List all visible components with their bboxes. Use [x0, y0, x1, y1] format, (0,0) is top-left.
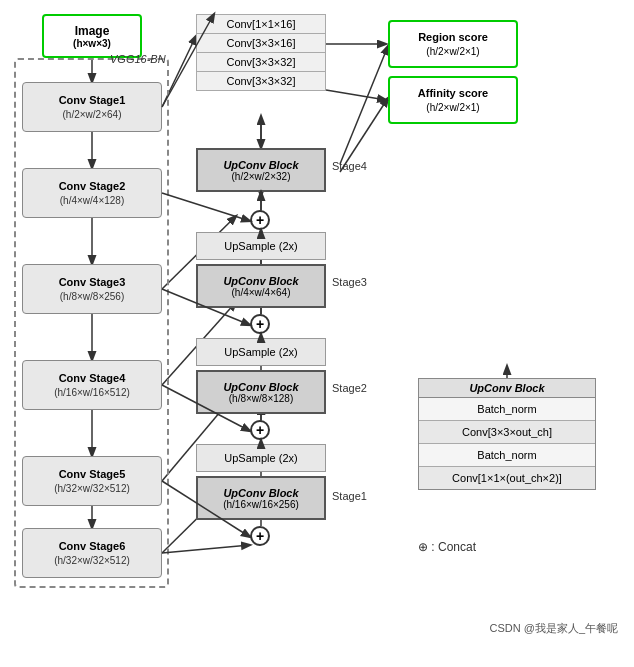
conv-row-2: Conv[3×3×16]: [197, 34, 325, 53]
conv-row-3: Conv[3×3×32]: [197, 53, 325, 72]
upsample-1: UpSample (2x): [196, 444, 326, 472]
legend-row-1: Batch_norm: [419, 398, 595, 421]
stage6-sub: (h/32×w/32×512): [54, 554, 130, 567]
upsample-2: UpSample (2x): [196, 338, 326, 366]
conv-stage6: Conv Stage6 (h/32×w/32×512): [22, 528, 162, 578]
upsample-3: UpSample (2x): [196, 232, 326, 260]
upconv4-sub: (h/2×w/2×32): [232, 171, 291, 182]
affinity-sub: (h/2×w/2×1): [426, 101, 479, 114]
upconv-block-3: UpConv Block (h/4×w/4×64): [196, 264, 326, 308]
legend-box: UpConv Block Batch_norm Conv[3×3×out_ch]…: [418, 378, 596, 490]
region-score-box: Region score (h/2×w/2×1): [388, 20, 518, 68]
upconv-block-1: UpConv Block (h/16×w/16×256): [196, 476, 326, 520]
image-title: Image: [75, 24, 110, 38]
conv-stage4: Conv Stage4 (h/16×w/16×512): [22, 360, 162, 410]
stage2-title: Conv Stage2: [59, 179, 126, 193]
conv-row-4: Conv[3×3×32]: [197, 72, 325, 90]
vgg-box: [14, 58, 169, 588]
upconv4-title: UpConv Block: [223, 159, 298, 171]
image-sub: (h×w×3): [73, 38, 111, 49]
region-sub: (h/2×w/2×1): [426, 45, 479, 58]
concat-circle-3: +: [250, 314, 270, 334]
region-title: Region score: [418, 30, 488, 44]
concat-label: ⊕ : Concat: [418, 540, 476, 554]
upconv1-sub: (h/16×w/16×256): [223, 499, 299, 510]
concat-circle-2: +: [250, 420, 270, 440]
legend-row-2: Conv[3×3×out_ch]: [419, 421, 595, 444]
upconv1-title: UpConv Block: [223, 487, 298, 499]
stage1-sub: (h/2×w/2×64): [63, 108, 122, 121]
upconv3-sub: (h/4×w/4×64): [232, 287, 291, 298]
upconv2-sub: (h/8×w/8×128): [229, 393, 294, 404]
conv-stage3: Conv Stage3 (h/8×w/8×256): [22, 264, 162, 314]
stage3-title: Conv Stage3: [59, 275, 126, 289]
conv-stage2: Conv Stage2 (h/4×w/4×128): [22, 168, 162, 218]
upconv3-title: UpConv Block: [223, 275, 298, 287]
svg-line-29: [162, 545, 250, 553]
conv-row-1: Conv[1×1×16]: [197, 15, 325, 34]
stage1-title: Conv Stage1: [59, 93, 126, 107]
legend-title: UpConv Block: [419, 379, 595, 398]
legend-row-3: Batch_norm: [419, 444, 595, 467]
stage5-sub: (h/32×w/32×512): [54, 482, 130, 495]
vgg-label: VGG16-BN: [110, 53, 166, 65]
stage2-sub: (h/4×w/4×128): [60, 194, 125, 207]
conv-stage1: Conv Stage1 (h/2×w/2×64): [22, 82, 162, 132]
stage5-title: Conv Stage5: [59, 467, 126, 481]
upconv2-title: UpConv Block: [223, 381, 298, 393]
upconv-block-4: UpConv Block (h/2×w/2×32): [196, 148, 326, 192]
conv-stage5: Conv Stage5 (h/32×w/32×512): [22, 456, 162, 506]
svg-line-23: [326, 90, 386, 100]
concat-circle-4: +: [250, 210, 270, 230]
stage4-title: Conv Stage4: [59, 371, 126, 385]
stage1-label: Stage1: [332, 490, 367, 502]
stage4-sub: (h/16×w/16×512): [54, 386, 130, 399]
affinity-title: Affinity score: [418, 86, 488, 100]
stage3-label: Stage3: [332, 276, 367, 288]
svg-line-7: [340, 46, 388, 164]
svg-line-25: [162, 193, 250, 221]
image-box: Image (h×w×3): [42, 14, 142, 58]
concat-circle-1: +: [250, 526, 270, 546]
conv-block-container: Conv[1×1×16] Conv[3×3×16] Conv[3×3×32] C…: [196, 14, 326, 91]
stage4-label: Stage4: [332, 160, 367, 172]
stage3-sub: (h/8×w/8×256): [60, 290, 125, 303]
upconv-block-2: UpConv Block (h/8×w/8×128): [196, 370, 326, 414]
footer: CSDN @我是家人_午餐呢: [489, 621, 618, 636]
legend-row-4: Conv[1×1×(out_ch×2)]: [419, 467, 595, 489]
affinity-score-box: Affinity score (h/2×w/2×1): [388, 76, 518, 124]
stage2-label: Stage2: [332, 382, 367, 394]
stage6-title: Conv Stage6: [59, 539, 126, 553]
